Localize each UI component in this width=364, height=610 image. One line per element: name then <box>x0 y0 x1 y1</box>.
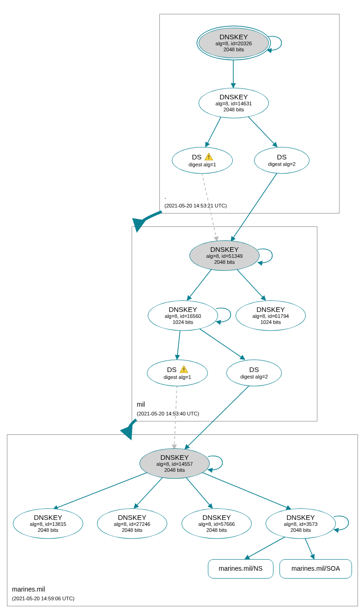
node-root-zsk: DNSKEY alg=8, id=14631 2048 bits <box>199 88 269 118</box>
node-mar-ns: marines.mil/NS <box>208 559 273 579</box>
node-mar-k3: DNSKEY alg=8, id=57666 2048 bits <box>182 508 252 539</box>
node-title: DNSKEY <box>34 514 62 522</box>
node-sub: alg=8, id=13815 <box>30 521 67 527</box>
warning-icon: ! <box>180 366 188 375</box>
node-root-ds1: DS ! digest alg=1 <box>172 147 233 174</box>
svg-text:!: ! <box>183 367 185 372</box>
node-sub: digest alg=1 <box>164 374 191 380</box>
node-sub: alg=8, id=51349 <box>206 253 243 259</box>
node-title: marines.mil/SOA <box>291 565 340 572</box>
node-root-ds2: DS digest alg=2 <box>254 147 309 174</box>
zone-marines-timestamp: (2021-05-20 14:59:06 UTC) <box>12 596 74 601</box>
node-sub2: 2048 bits <box>38 527 59 533</box>
node-title: DNSKEY <box>160 454 189 462</box>
node-sub: alg=8, id=14557 <box>157 461 193 467</box>
node-title: DS <box>277 153 287 161</box>
node-sub: digest alg=2 <box>240 374 268 380</box>
node-sub: alg=8, id=16560 <box>165 313 201 319</box>
node-sub2: 2048 bits <box>206 527 227 533</box>
node-title: DNSKEY <box>219 93 248 101</box>
node-sub: alg=8, id=3573 <box>284 521 318 527</box>
node-mar-k1: DNSKEY alg=8, id=13815 2048 bits <box>13 508 83 539</box>
node-root-ksk: DNSKEY alg=8, id=20326 2048 bits <box>199 28 269 58</box>
svg-text:!: ! <box>208 154 210 160</box>
node-title: DNSKEY <box>256 306 285 314</box>
node-sub: alg=8, id=14631 <box>216 101 252 107</box>
node-sub: alg=8, id=27246 <box>114 521 151 527</box>
node-sub: alg=8, id=61794 <box>253 313 289 319</box>
node-mar-k2: DNSKEY alg=8, id=27246 2048 bits <box>97 508 167 539</box>
node-sub2: 2048 bits <box>224 47 244 53</box>
node-title: DNSKEY <box>202 514 231 522</box>
node-sub2: 1024 bits <box>261 319 281 325</box>
node-mil-zsk2: DNSKEY alg=8, id=61794 1024 bits <box>236 300 306 331</box>
node-title: DS ! <box>192 153 212 162</box>
node-title: DNSKEY <box>210 246 239 254</box>
node-sub2: 2048 bits <box>164 467 185 473</box>
zone-mil-name: mil <box>137 401 145 408</box>
node-mil-ds1: DS ! digest alg=1 <box>147 360 208 386</box>
node-sub: digest alg=1 <box>188 162 216 168</box>
zone-marines-name: marines.mil <box>12 586 45 593</box>
node-title: marines.mil/NS <box>219 565 263 572</box>
warning-icon: ! <box>205 153 213 162</box>
node-sub: alg=8, id=57666 <box>199 521 235 527</box>
node-title: DS ! <box>167 366 188 375</box>
zone-root-name: . <box>164 193 166 200</box>
node-mar-ksk: DNSKEY alg=8, id=14557 2048 bits <box>140 448 210 479</box>
node-title: DS <box>249 366 259 374</box>
node-mil-ds2: DS digest alg=2 <box>226 360 282 386</box>
node-sub2: 1024 bits <box>173 319 194 325</box>
zone-mil-timestamp: (2021-05-20 14:53:40 UTC) <box>137 411 199 416</box>
node-sub2: 2048 bits <box>122 527 143 533</box>
node-title: DNSKEY <box>118 514 146 522</box>
node-sub2: 2048 bits <box>214 259 235 265</box>
node-sub2: 2048 bits <box>224 107 244 113</box>
zone-root-timestamp: (2021-05-20 14:53:21 UTC) <box>164 203 227 208</box>
node-title: DNSKEY <box>286 514 315 522</box>
node-sub: alg=8, id=20326 <box>216 41 252 47</box>
node-sub: digest alg=2 <box>268 161 296 167</box>
node-mar-k4: DNSKEY alg=8, id=3573 2048 bits <box>266 508 336 539</box>
node-title: DNSKEY <box>219 33 248 41</box>
node-mil-zsk1: DNSKEY alg=8, id=16560 1024 bits <box>148 300 218 331</box>
node-mil-ksk: DNSKEY alg=8, id=51349 2048 bits <box>189 240 260 271</box>
node-sub2: 2048 bits <box>291 527 311 533</box>
node-title: DNSKEY <box>169 306 197 314</box>
node-mar-soa: marines.mil/SOA <box>279 559 352 579</box>
